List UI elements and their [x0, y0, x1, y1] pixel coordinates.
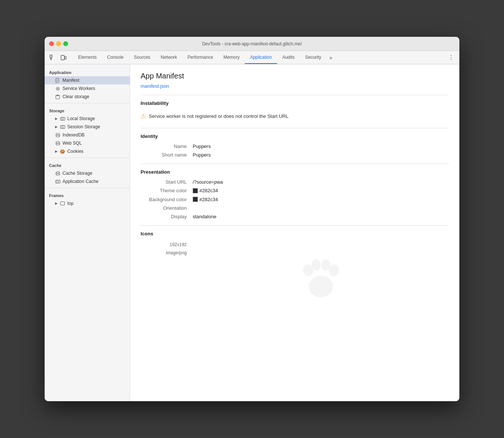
- cache-storage-label: Cache Storage: [62, 171, 92, 176]
- clear-storage-label: Clear storage: [62, 94, 89, 99]
- orientation-row: Orientation: [141, 205, 449, 211]
- start-url-row: Start URL /?source=pwa: [141, 179, 449, 185]
- bg-color-label: Background color: [141, 197, 193, 202]
- sidebar-item-application-cache[interactable]: Application Cache: [45, 177, 130, 186]
- tab-sources[interactable]: Sources: [129, 51, 155, 64]
- theme-color-label: Theme color: [141, 188, 193, 193]
- sidebar: Application Manifest: [45, 64, 130, 401]
- name-row: Name Puppers: [141, 144, 449, 149]
- sidebar-item-web-sql[interactable]: Web SQL: [45, 139, 130, 147]
- toolbar: Elements Console Sources Network Perform…: [45, 51, 459, 64]
- identity-title: Identity: [141, 133, 449, 139]
- start-url-value[interactable]: /?source=pwa: [193, 179, 223, 185]
- svg-rect-4: [65, 57, 66, 59]
- installability-section: Installability ⚠ Service worker is not r…: [141, 95, 449, 122]
- minimize-button[interactable]: [56, 41, 61, 46]
- svg-rect-14: [60, 117, 65, 120]
- manifest-icon: [55, 78, 60, 83]
- display-label: Display: [141, 214, 193, 219]
- bg-color-value: #282c34: [193, 197, 218, 203]
- session-storage-icon: [60, 124, 65, 129]
- content-area: App Manifest manifest.json Installabilit…: [130, 64, 459, 401]
- cookies-icon: 🍪: [60, 149, 65, 154]
- tab-memory[interactable]: Memory: [218, 51, 245, 64]
- bg-color-swatch: [193, 197, 198, 202]
- manifest-label: Manifest: [62, 78, 79, 83]
- icons-section: Icons 192x192 image/png: [141, 225, 449, 304]
- frames-section-label: Frames: [45, 190, 130, 199]
- svg-point-20: [56, 133, 60, 135]
- clear-storage-icon: [55, 94, 60, 99]
- sidebar-item-cache-storage[interactable]: Cache Storage: [45, 169, 130, 177]
- indexeddb-icon: [55, 132, 60, 138]
- theme-color-value: #282c34: [193, 188, 218, 194]
- cache-storage-icon: [55, 171, 60, 176]
- svg-rect-11: [56, 96, 60, 99]
- presentation-section: Presentation Start URL /?source=pwa Them…: [141, 164, 449, 219]
- storage-section-label: Storage: [45, 106, 130, 115]
- cookies-chevron: ▶: [55, 149, 58, 153]
- theme-color-row: Theme color #282c34: [141, 188, 449, 194]
- page-title: App Manifest: [141, 72, 449, 80]
- indexeddb-label: IndexedDB: [62, 132, 84, 138]
- tab-performance[interactable]: Performance: [182, 51, 218, 64]
- sidebar-divider-2: [45, 158, 130, 158]
- svg-rect-3: [61, 55, 64, 60]
- paw-print-icon: [291, 245, 351, 304]
- icon-meta: 192x192 image/png: [141, 241, 193, 257]
- warning-icon: ⚠: [141, 113, 146, 120]
- traffic-lights: [49, 41, 68, 46]
- close-button[interactable]: [49, 41, 54, 46]
- presentation-title: Presentation: [141, 169, 449, 175]
- name-label: Name: [141, 144, 193, 149]
- manifest-link[interactable]: manifest.json: [141, 83, 169, 89]
- installability-warning: ⚠ Service worker is not registered or do…: [141, 110, 449, 122]
- tab-console[interactable]: Console: [102, 51, 129, 64]
- svg-rect-13: [57, 95, 58, 96]
- application-cache-label: Application Cache: [62, 179, 99, 184]
- short-name-row: Short name Puppers: [141, 152, 449, 158]
- session-storage-chevron: ▶: [55, 125, 58, 129]
- sidebar-item-indexeddb[interactable]: IndexedDB: [45, 131, 130, 139]
- sidebar-item-manifest[interactable]: Manifest: [45, 76, 130, 84]
- tab-network[interactable]: Network: [155, 51, 182, 64]
- tab-elements[interactable]: Elements: [73, 51, 102, 64]
- tab-application[interactable]: Application: [245, 51, 277, 64]
- svg-point-28: [56, 171, 60, 173]
- icon-size-label: 192x192: [141, 241, 187, 249]
- name-value: Puppers: [193, 144, 211, 149]
- devtools-window: DevTools - cra-web-app-manifest-defaut.g…: [45, 37, 459, 401]
- sidebar-item-clear-storage[interactable]: Clear storage: [45, 93, 130, 101]
- application-section-label: Application: [45, 67, 130, 76]
- inspect-icon[interactable]: [48, 53, 57, 62]
- service-workers-icon: [55, 86, 60, 91]
- devtools-menu-button[interactable]: ⋮: [446, 52, 456, 63]
- icon-preview: [193, 241, 449, 304]
- sidebar-item-top[interactable]: ▶ top: [45, 199, 130, 207]
- tab-audits[interactable]: Audits: [277, 51, 300, 64]
- local-storage-icon: [60, 116, 65, 121]
- sidebar-item-local-storage[interactable]: ▶ Local Storage: [45, 115, 130, 123]
- cookies-label: Cookies: [67, 149, 83, 154]
- more-tabs-button[interactable]: »: [328, 53, 334, 62]
- sidebar-item-cookies[interactable]: ▶ 🍪 Cookies: [45, 147, 130, 155]
- tab-security[interactable]: Security: [300, 51, 326, 64]
- icon-entry: 192x192 image/png: [141, 241, 449, 304]
- sidebar-item-session-storage[interactable]: ▶ Session Storage: [45, 123, 130, 131]
- svg-rect-17: [60, 125, 65, 128]
- device-icon[interactable]: [59, 53, 68, 62]
- maximize-button[interactable]: [63, 41, 68, 46]
- svg-rect-35: [61, 202, 65, 205]
- svg-point-36: [309, 276, 333, 297]
- short-name-label: Short name: [141, 152, 193, 158]
- top-frame-icon: [60, 201, 65, 206]
- local-storage-label: Local Storage: [67, 116, 95, 121]
- toolbar-icons: [48, 53, 68, 62]
- top-frame-label: top: [67, 201, 74, 206]
- titlebar: DevTools - cra-web-app-manifest-defaut.g…: [45, 37, 459, 51]
- sidebar-item-service-workers[interactable]: Service Workers: [45, 84, 130, 93]
- theme-color-swatch: [193, 188, 198, 193]
- sidebar-divider-3: [45, 188, 130, 188]
- svg-point-10: [57, 88, 58, 89]
- display-row: Display standalone: [141, 214, 449, 219]
